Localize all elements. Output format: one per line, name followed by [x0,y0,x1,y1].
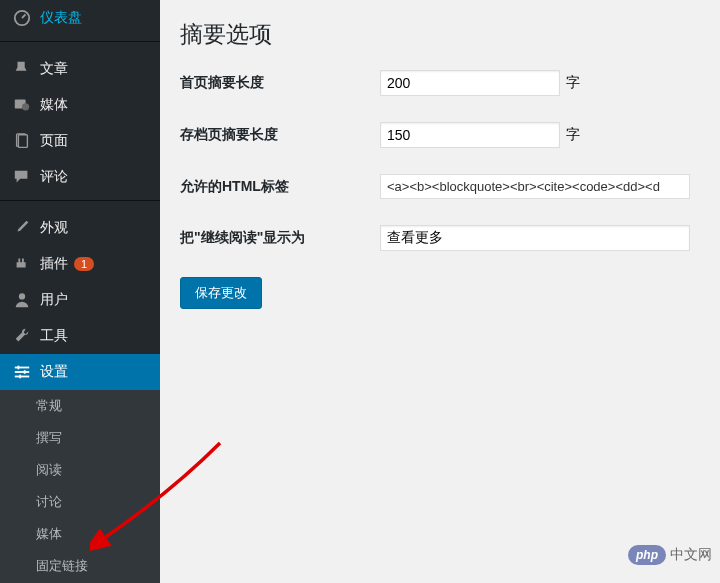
suffix-archive-excerpt: 字 [566,126,580,144]
svg-point-2 [22,103,29,110]
svg-rect-9 [18,366,20,370]
menu-label: 外观 [40,219,68,237]
svg-rect-8 [15,376,29,378]
plugin-icon [12,254,32,274]
input-archive-excerpt[interactable] [380,122,560,148]
wrench-icon [12,326,32,346]
menu-label: 评论 [40,168,68,186]
label-allowed-html: 允许的HTML标签 [180,178,380,196]
menu-label: 仪表盘 [40,9,82,27]
menu-users[interactable]: 用户 [0,282,160,318]
media-icon [12,95,32,115]
main-content: 摘要选项 首页摘要长度 字 存档页摘要长度 字 允许的HTML标签 <a><b>… [160,0,720,583]
label-archive-excerpt: 存档页摘要长度 [180,126,380,144]
menu-label: 用户 [40,291,68,309]
menu-label: 插件 [40,255,68,273]
menu-pages[interactable]: 页面 [0,123,160,159]
menu-label: 页面 [40,132,68,150]
submenu-reading[interactable]: 阅读 [0,454,160,486]
menu-separator [0,41,160,46]
menu-separator [0,200,160,205]
php-logo: php [628,545,666,565]
svg-rect-11 [19,375,21,379]
display-allowed-html: <a><b><blockquote><br><cite><code><dd><d [380,174,690,199]
comment-icon [12,167,32,187]
page-icon [12,131,32,151]
row-home-excerpt: 首页摘要长度 字 [180,70,700,96]
save-button[interactable]: 保存更改 [180,277,262,309]
submenu-general[interactable]: 常规 [0,390,160,422]
menu-label: 媒体 [40,96,68,114]
menu-comments[interactable]: 评论 [0,159,160,195]
sliders-icon [12,362,32,382]
menu-settings[interactable]: 设置 [0,354,160,390]
submenu-writing[interactable]: 撰写 [0,422,160,454]
submenu-discussion[interactable]: 讨论 [0,486,160,518]
menu-label: 设置 [40,363,68,381]
admin-sidebar: 仪表盘 文章 媒体 页面 评论 外观 插件 1 用户 工具 设置 常规 撰写 [0,0,160,583]
submenu-permalinks[interactable]: 固定链接 [0,550,160,582]
svg-point-5 [19,293,25,299]
row-archive-excerpt: 存档页摘要长度 字 [180,122,700,148]
input-home-excerpt[interactable] [380,70,560,96]
menu-posts[interactable]: 文章 [0,51,160,87]
svg-rect-6 [15,367,29,369]
suffix-home-excerpt: 字 [566,74,580,92]
svg-rect-7 [15,371,29,373]
svg-rect-4 [18,135,27,148]
menu-label: 工具 [40,327,68,345]
input-readmore[interactable] [380,225,690,251]
row-readmore: 把"继续阅读"显示为 [180,225,700,251]
watermark: php 中文网 [628,545,712,565]
dashboard-icon [12,8,32,28]
page-title: 摘要选项 [180,10,700,70]
menu-tools[interactable]: 工具 [0,318,160,354]
submenu-media[interactable]: 媒体 [0,518,160,550]
brush-icon [12,218,32,238]
menu-plugins[interactable]: 插件 1 [0,246,160,282]
menu-appearance[interactable]: 外观 [0,210,160,246]
pin-icon [12,59,32,79]
menu-label: 文章 [40,60,68,78]
svg-rect-10 [24,370,26,374]
settings-submenu: 常规 撰写 阅读 讨论 媒体 固定链接 摘要选项 [0,390,160,583]
row-allowed-html: 允许的HTML标签 <a><b><blockquote><br><cite><c… [180,174,700,199]
update-badge: 1 [74,257,94,271]
menu-dashboard[interactable]: 仪表盘 [0,0,160,36]
user-icon [12,290,32,310]
label-readmore: 把"继续阅读"显示为 [180,229,380,247]
php-text: 中文网 [670,546,712,564]
label-home-excerpt: 首页摘要长度 [180,74,380,92]
menu-media[interactable]: 媒体 [0,87,160,123]
